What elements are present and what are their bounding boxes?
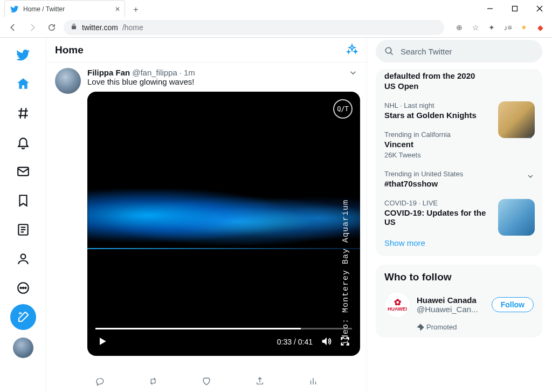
tab-close-icon[interactable]: ✕ bbox=[115, 5, 120, 13]
trend-item[interactable]: COVID-19 · LIVE COVID-19: Updates for th… bbox=[376, 194, 542, 232]
url-path: /home bbox=[122, 23, 143, 32]
nav-messages[interactable] bbox=[10, 159, 36, 184]
video-controls: 0:33 / 0:41 bbox=[87, 328, 360, 356]
account-avatar[interactable] bbox=[13, 338, 33, 358]
analytics-icon[interactable] bbox=[308, 376, 318, 388]
tab-strip: Home / Twitter ✕ + bbox=[4, 0, 143, 17]
toolbar-extensions: ⊕ ☆ ✦ ♪≡ ✶ ◆ bbox=[448, 21, 547, 34]
trend-topic: US Open bbox=[384, 81, 534, 91]
suggestion-avatar: ✿HUAWEI bbox=[384, 292, 410, 318]
trend-thumbnail bbox=[498, 199, 535, 236]
browser-tab-active[interactable]: Home / Twitter ✕ bbox=[4, 0, 125, 17]
back-button[interactable] bbox=[5, 20, 20, 35]
top-tweets-icon[interactable] bbox=[346, 43, 358, 57]
tweet-separator: · bbox=[180, 68, 182, 77]
main-header: Home bbox=[46, 38, 367, 63]
nav-bookmarks[interactable] bbox=[10, 188, 36, 214]
trend-count: 26K Tweets bbox=[384, 151, 534, 159]
nav-home[interactable] bbox=[10, 71, 36, 97]
play-icon[interactable] bbox=[97, 336, 108, 348]
tab-title: Home / Twitter bbox=[23, 5, 65, 13]
tweet[interactable]: Filippa Fan @fan_filippa · 1m Love this … bbox=[46, 63, 367, 372]
nav-explore[interactable] bbox=[10, 100, 36, 126]
lock-icon bbox=[70, 23, 78, 32]
svg-point-13 bbox=[20, 254, 25, 259]
tweet-actions bbox=[46, 372, 367, 392]
promoted-icon bbox=[417, 324, 424, 331]
trend-item[interactable]: Trending in United States #that70sshow bbox=[376, 164, 542, 194]
extensions-icon[interactable]: ✦ bbox=[485, 21, 498, 34]
trend-item[interactable]: NHL · Last night Stars at Golden Knights bbox=[376, 96, 542, 125]
extension-2-icon[interactable]: ◆ bbox=[534, 21, 547, 34]
trend-topic: Vincent bbox=[384, 140, 534, 149]
right-column: defaulted from the 2020 US Open NHL · La… bbox=[367, 38, 552, 392]
suggestion-handle: @Huawei_Can... bbox=[417, 305, 485, 314]
like-icon[interactable] bbox=[202, 376, 211, 388]
video-time: 0:33 / 0:41 bbox=[277, 338, 313, 346]
svg-rect-1 bbox=[513, 6, 518, 11]
add-icon[interactable]: ⊕ bbox=[453, 21, 466, 34]
compose-tweet-button[interactable] bbox=[10, 304, 36, 330]
retweet-icon[interactable] bbox=[148, 376, 158, 388]
search-icon bbox=[384, 46, 394, 56]
fullscreen-icon[interactable] bbox=[340, 336, 350, 348]
tweet-text: Love this blue glowing waves! bbox=[87, 77, 358, 86]
video-credit: ideo: Monterey Bay Aquarium bbox=[341, 200, 350, 345]
trend-partial: defaulted from the 2020 bbox=[384, 71, 534, 80]
twitter-logo[interactable] bbox=[10, 42, 36, 68]
suggestion-name: Huawei Canada bbox=[417, 295, 485, 305]
trend-context: Trending in California bbox=[384, 130, 534, 139]
page-title: Home bbox=[55, 44, 84, 56]
reload-button[interactable] bbox=[44, 20, 59, 35]
url-host: twitter.com bbox=[82, 23, 118, 32]
video-source-badge: Q/T bbox=[333, 99, 353, 119]
search-box[interactable] bbox=[376, 40, 542, 63]
svg-line-7 bbox=[25, 108, 26, 119]
svg-point-15 bbox=[20, 287, 21, 288]
star-icon[interactable]: ☆ bbox=[469, 21, 482, 34]
trend-item[interactable]: defaulted from the 2020 US Open bbox=[376, 71, 542, 96]
nav-profile[interactable] bbox=[10, 246, 36, 272]
nav-notifications[interactable] bbox=[10, 129, 36, 155]
left-nav bbox=[0, 38, 46, 392]
svg-line-6 bbox=[20, 108, 21, 119]
new-tab-button[interactable]: + bbox=[128, 2, 143, 17]
wtf-heading: Who to follow bbox=[376, 271, 542, 286]
search-input[interactable] bbox=[401, 47, 534, 56]
who-to-follow-panel: Who to follow ✿HUAWEI Huawei Canada @Hua… bbox=[376, 265, 542, 338]
svg-point-16 bbox=[22, 287, 23, 288]
svg-point-17 bbox=[25, 287, 26, 288]
trend-item[interactable]: Trending in California Vincent 26K Tweet… bbox=[376, 125, 542, 164]
follow-suggestion[interactable]: ✿HUAWEI Huawei Canada @Huawei_Can... Fol… bbox=[376, 286, 542, 323]
forward-button[interactable] bbox=[25, 20, 40, 35]
promoted-label: Promoted bbox=[376, 323, 542, 331]
trend-topic: #that70sshow bbox=[384, 179, 534, 188]
nav-more[interactable] bbox=[10, 275, 36, 301]
chevron-down-icon[interactable] bbox=[526, 172, 535, 182]
window-minimize-button[interactable] bbox=[478, 0, 502, 17]
share-icon[interactable] bbox=[255, 376, 265, 388]
extension-1-icon[interactable]: ✶ bbox=[518, 21, 530, 34]
window-close-button[interactable] bbox=[527, 0, 552, 17]
window-maximize-button[interactable] bbox=[502, 0, 527, 17]
tweet-author-name[interactable]: Filippa Fan bbox=[87, 68, 130, 77]
window-titlebar: Home / Twitter ✕ + bbox=[0, 0, 552, 17]
page-content: Home Filippa Fan @fan_filippa · 1m Love … bbox=[0, 38, 552, 392]
tweet-more-icon[interactable] bbox=[348, 68, 358, 79]
trends-panel: defaulted from the 2020 US Open NHL · La… bbox=[376, 69, 542, 256]
trend-context: Trending in United States bbox=[384, 170, 534, 178]
tweet-author-handle[interactable]: @fan_filippa bbox=[132, 68, 177, 77]
follow-button[interactable]: Follow bbox=[492, 297, 534, 312]
volume-icon[interactable] bbox=[320, 335, 332, 349]
nav-lists[interactable] bbox=[10, 217, 36, 243]
reply-icon[interactable] bbox=[95, 376, 105, 388]
chevron-down-icon[interactable] bbox=[526, 133, 535, 143]
url-field[interactable]: twitter.com/home bbox=[64, 20, 444, 35]
main-column: Home Filippa Fan @fan_filippa · 1m Love … bbox=[46, 38, 367, 392]
tweet-avatar[interactable] bbox=[55, 68, 81, 94]
music-icon[interactable]: ♪≡ bbox=[501, 21, 514, 34]
video-progress-bar[interactable] bbox=[95, 328, 352, 329]
tweet-time[interactable]: 1m bbox=[184, 68, 195, 77]
address-bar: twitter.com/home ⊕ ☆ ✦ ♪≡ ✶ ◆ bbox=[0, 17, 552, 38]
tweet-media[interactable]: Q/T ideo: Monterey Bay Aquarium 0:33 / 0… bbox=[87, 92, 360, 356]
